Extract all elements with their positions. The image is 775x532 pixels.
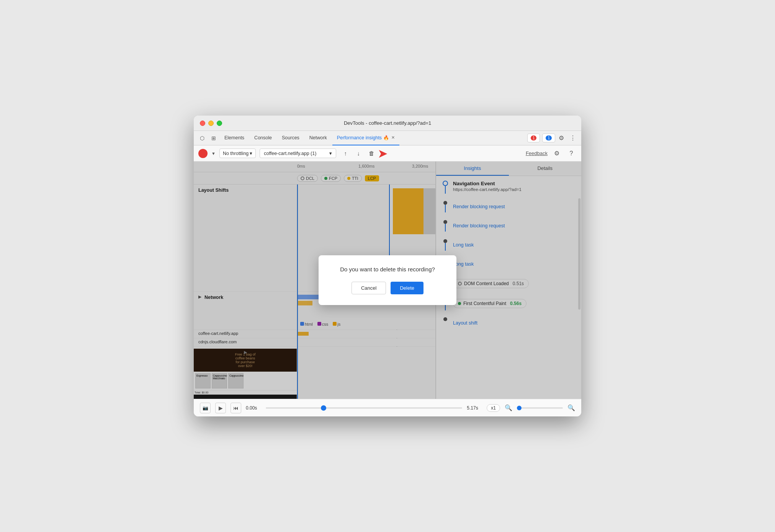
delete-button[interactable]: Delete — [391, 282, 423, 294]
zoom-in-icon-btn[interactable]: 🔍 — [567, 404, 575, 411]
cursor-icon-btn[interactable]: ⬡ — [197, 133, 208, 144]
dialog-buttons: Cancel Delete — [331, 282, 444, 294]
tab-close-icon[interactable]: ✕ — [391, 135, 395, 140]
dialog-overlay: Do you want to delete this recording? Ca… — [194, 162, 581, 399]
close-button[interactable] — [200, 121, 205, 126]
export-icon-btn[interactable]: ↑ — [340, 148, 351, 159]
time-start-display: 0.00s — [246, 405, 261, 411]
zoom-thumb[interactable] — [517, 406, 522, 410]
tab-network[interactable]: Network — [305, 131, 332, 145]
bottom-bar: 📷 ▶ ⏮ 0.00s 5.17s x1 🔍 🔍 — [194, 399, 581, 416]
import-icon-btn[interactable]: ↓ — [353, 148, 364, 159]
help-icon-btn[interactable]: ? — [566, 148, 577, 159]
fullscreen-button[interactable] — [217, 121, 222, 126]
feedback-link[interactable]: Feedback — [526, 150, 548, 156]
tab-performance[interactable]: Performance insights 🔥 ✕ — [332, 131, 399, 145]
record-button[interactable] — [198, 149, 208, 158]
tab-sources[interactable]: Sources — [277, 131, 304, 145]
zoom-slider[interactable] — [517, 407, 563, 409]
tab-elements[interactable]: Elements — [220, 131, 249, 145]
dialog-title: Do you want to delete this recording? — [331, 266, 444, 273]
throttling-dropdown[interactable]: No throttling ▾ — [219, 149, 256, 158]
cancel-button[interactable]: Cancel — [352, 282, 386, 294]
errors-button[interactable]: 1 — [527, 134, 540, 142]
flame-icon: 🔥 — [383, 135, 389, 140]
title-bar: DevTools - coffee-cart.netlify.app/?ad=1 — [194, 116, 581, 131]
delete-recording-btn[interactable]: 🗑 — [366, 148, 377, 159]
zoom-out-icon-btn[interactable]: 🔍 — [505, 404, 512, 411]
traffic-lights — [200, 121, 222, 126]
messages-button[interactable]: 1 — [542, 134, 555, 142]
window-title: DevTools - coffee-cart.netlify.app/?ad=1 — [200, 120, 575, 126]
screenshot-icon-btn[interactable]: 📷 — [200, 403, 211, 413]
speed-badge[interactable]: x1 — [487, 404, 500, 412]
device-icon-btn[interactable]: ⊞ — [208, 133, 219, 144]
timeline-thumb[interactable] — [321, 405, 326, 411]
delete-dialog: Do you want to delete this recording? Ca… — [319, 255, 456, 305]
play-icon-btn[interactable]: ▶ — [215, 403, 226, 413]
red-arrow-annotation: ➤ — [378, 146, 388, 161]
dropdown-arrow-icon: ▾ — [250, 150, 252, 156]
url-selector[interactable]: coffee-cart.netlify.app (1) ▾ — [260, 149, 336, 158]
time-end-display: 5.17s — [467, 405, 482, 411]
timeline-slider[interactable] — [266, 407, 462, 409]
more-options-icon[interactable]: ⋮ — [567, 133, 578, 144]
url-dropdown-arrow-icon: ▾ — [329, 150, 332, 156]
skip-to-start-icon-btn[interactable]: ⏮ — [231, 403, 241, 413]
record-dropdown-arrow[interactable]: ▼ — [211, 151, 216, 156]
devtools-tab-bar: ⬡ ⊞ Elements Console Sources Network Per… — [194, 131, 581, 145]
performance-toolbar: ▼ No throttling ▾ coffee-cart.netlify.ap… — [194, 145, 581, 162]
toolbar-actions: ↑ ↓ 🗑 — [340, 148, 377, 159]
settings-icon-btn[interactable]: ⚙ — [551, 148, 562, 159]
tab-console[interactable]: Console — [250, 131, 276, 145]
main-wrapper: 0ms 1,600ms 3,200ms 4,80 DCL FCP — [194, 162, 581, 399]
minimize-button[interactable] — [208, 121, 214, 126]
settings-gear-icon[interactable]: ⚙ — [556, 133, 567, 144]
